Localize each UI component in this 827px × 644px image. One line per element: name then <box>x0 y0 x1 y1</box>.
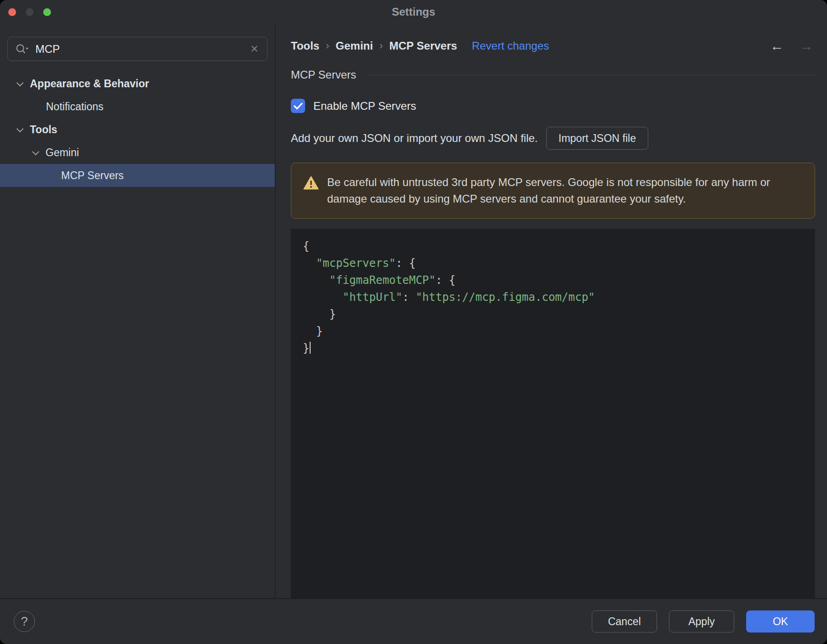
back-arrow-icon[interactable]: ← <box>770 39 784 53</box>
title-bar: Settings <box>0 0 827 24</box>
editor-line: { <box>303 238 806 255</box>
import-json-file-button[interactable]: Import JSON file <box>546 127 649 150</box>
enable-mcp-servers-checkbox[interactable] <box>291 99 305 113</box>
chevron-down-icon[interactable] <box>32 148 40 155</box>
breadcrumb-tools[interactable]: Tools <box>291 40 319 52</box>
search-icon[interactable] <box>15 43 29 55</box>
enable-mcp-servers-row: Enable MCP Servers <box>291 99 815 113</box>
footer-buttons: Cancel Apply OK <box>592 610 815 633</box>
import-description: Add your own JSON or import your own JSO… <box>291 132 538 145</box>
checkmark-icon <box>294 102 303 110</box>
tree-item-label: MCP Servers <box>61 169 124 182</box>
sidebar-item-mcp-servers[interactable]: MCP Servers <box>0 164 275 187</box>
breadcrumb-separator: › <box>380 40 383 52</box>
editor-line: "figmaRemoteMCP": { <box>303 272 806 289</box>
tree-item-label: Appearance & Behavior <box>30 78 149 90</box>
chevron-down-icon[interactable] <box>17 79 24 86</box>
main-area: MCP ✕ Appearance & Behavior Notification… <box>0 24 827 598</box>
section-title: MCP Servers <box>291 68 356 81</box>
settings-sidebar: MCP ✕ Appearance & Behavior Notification… <box>0 24 276 598</box>
history-nav: ← → <box>770 39 815 53</box>
settings-window: Settings MCP ✕ Appearance & Behavio <box>0 0 827 644</box>
editor-line: } <box>303 340 806 357</box>
search-input[interactable]: MCP ✕ <box>7 37 267 61</box>
breadcrumb-gemini[interactable]: Gemini <box>336 40 373 52</box>
dialog-footer: ? Cancel Apply OK <box>0 598 827 644</box>
warning-text: Be careful with untrusted 3rd party MCP … <box>327 174 803 207</box>
warning-banner: Be careful with untrusted 3rd party MCP … <box>291 163 815 219</box>
chevron-down-icon[interactable] <box>17 125 24 132</box>
tree-item-label: Tools <box>30 124 57 136</box>
editor-line: } <box>303 323 806 340</box>
text-caret <box>310 342 311 354</box>
revert-changes-link[interactable]: Revert changes <box>472 40 549 52</box>
close-window-button[interactable] <box>8 8 16 16</box>
sidebar-item-tools[interactable]: Tools <box>0 118 275 141</box>
tree-item-label: Gemini <box>45 147 79 159</box>
window-title: Settings <box>392 6 436 18</box>
editor-line: } <box>303 306 806 323</box>
section-header: MCP Servers <box>291 68 815 81</box>
mcp-json-editor[interactable]: { "mcpServers": { "figmaRemoteMCP": { "h… <box>291 229 815 598</box>
sidebar-item-appearance-behavior[interactable]: Appearance & Behavior <box>0 72 275 95</box>
sidebar-item-gemini[interactable]: Gemini <box>0 141 275 164</box>
minimize-window-button <box>26 8 34 16</box>
warning-icon <box>303 176 319 192</box>
sidebar-item-notifications[interactable]: Notifications <box>0 95 275 118</box>
traffic-lights <box>8 0 51 24</box>
apply-button[interactable]: Apply <box>669 610 734 633</box>
forward-arrow-icon: → <box>799 39 813 53</box>
clear-search-icon[interactable]: ✕ <box>249 43 260 55</box>
import-row: Add your own JSON or import your own JSO… <box>291 127 815 150</box>
cancel-button[interactable]: Cancel <box>592 610 657 633</box>
ok-button[interactable]: OK <box>746 610 815 633</box>
breadcrumb: Tools › Gemini › MCP Servers Revert chan… <box>291 39 815 53</box>
breadcrumb-separator: › <box>326 40 329 52</box>
breadcrumb-mcp-servers: MCP Servers <box>389 40 457 52</box>
settings-tree: Appearance & Behavior Notifications Tool… <box>0 72 275 187</box>
zoom-window-button[interactable] <box>43 8 51 16</box>
tree-item-label: Notifications <box>46 101 103 113</box>
editor-line: "mcpServers": { <box>303 255 806 272</box>
section-divider <box>365 75 815 75</box>
editor-line: "httpUrl": "https://mcp.figma.com/mcp" <box>303 289 806 306</box>
question-mark-icon: ? <box>21 615 28 629</box>
search-value[interactable]: MCP <box>35 43 243 56</box>
settings-content: Tools › Gemini › MCP Servers Revert chan… <box>276 24 827 598</box>
help-button[interactable]: ? <box>14 611 35 632</box>
enable-mcp-servers-label[interactable]: Enable MCP Servers <box>313 100 416 113</box>
